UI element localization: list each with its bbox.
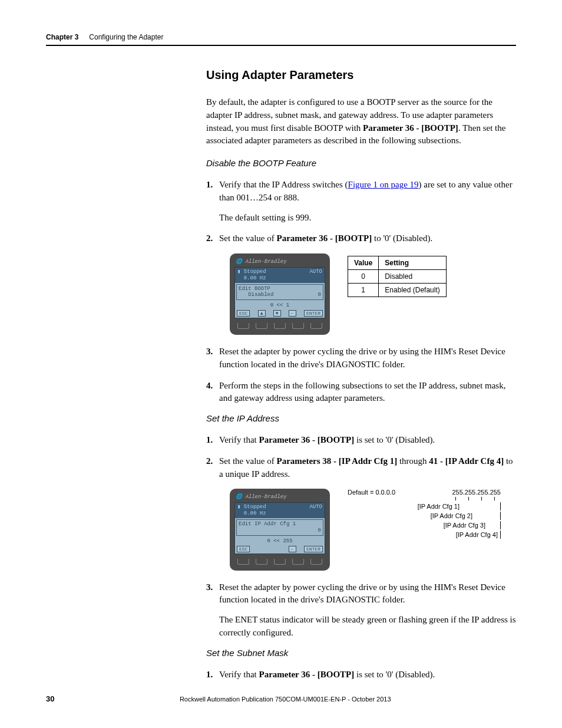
step-1: 1. Verify that Parameter 36 - [BOOTP] is… (219, 434, 518, 447)
up-key: ▲ (258, 310, 266, 317)
figure-link[interactable]: Figure 1 on page 19 (348, 180, 419, 189)
ip-cfg-2: [IP Addr Cfg 2] (431, 512, 472, 519)
steps-disable-bootp-cont: 3. Reset the adapter by power cycling th… (206, 345, 518, 405)
him-brand: 🌐 Allen-Bradley (233, 492, 326, 501)
him-range: 0 << 1 (235, 301, 325, 309)
table-row: 1 Enabled (Default) (348, 284, 447, 297)
subheading-set-ip: Set the IP Address (206, 413, 518, 423)
step-3: 3. Reset the adapter by power cycling th… (219, 345, 518, 371)
esc-key: ESC (237, 310, 250, 317)
header-rule (46, 45, 516, 46)
step-3-sub: The ENET status indicator will be steady… (219, 614, 518, 640)
step-number: 1. (206, 434, 213, 447)
step-text: Perform the steps in the following subse… (219, 381, 505, 403)
table-row: 0 Disabled (348, 270, 447, 284)
step-2: 2. Set the value of Parameters 38 - [IP … (219, 455, 518, 481)
ip-cfg-3: [IP Addr Cfg 3] (444, 522, 485, 529)
ip-cfg-1: [IP Addr Cfg 1] (418, 503, 459, 510)
step-2: 2. Set the value of Parameter 36 - [BOOT… (219, 232, 518, 245)
step-text-a: Set the value of (219, 456, 276, 466)
step-text-b: is set to '0' (Disabled). (354, 435, 435, 444)
page-footer: 30 Rockwell Automation Publication 750CO… (46, 694, 516, 703)
table-header-value: Value (348, 256, 379, 270)
step-bold: Parameter 36 - [BOOTP] (259, 435, 354, 444)
steps-set-ip-cont: 3. Reset the adapter by power cycling th… (206, 581, 518, 640)
steps-set-ip: 1. Verify that Parameter 36 - [BOOTP] is… (206, 434, 518, 480)
step-number: 3. (206, 581, 213, 594)
value-setting-table: Value Setting 0 Disabled 1 Enabled (Defa… (348, 256, 447, 297)
step-4: 4. Perform the steps in the following su… (219, 380, 518, 406)
him-softkeys: ESC x x ← ENTER (235, 545, 325, 554)
step-bold-2: 41 - [IP Addr Cfg 4] (429, 456, 504, 466)
figure-row-bootp: 🌐 Allen-Bradley ▮ Stopped 0.00 Hz AUTO E… (230, 253, 518, 335)
step-1: 1. Verify that the IP Address switches (… (219, 179, 518, 224)
table-cell-setting: Enabled (Default) (379, 284, 446, 297)
table-cell-value: 1 (348, 284, 379, 297)
step-text: Reset the adapter by power cycling the d… (219, 582, 505, 605)
subheading-set-subnet: Set the Subnet Mask (206, 648, 518, 658)
step-bold-1: Parameters 38 - [IP Addr Cfg 1] (276, 456, 397, 466)
step-number: 2. (206, 455, 213, 468)
steps-set-subnet: 1. Verify that Parameter 36 - [BOOTP] is… (206, 668, 518, 681)
him-status: ▮ Stopped 0.00 Hz AUTO (235, 268, 325, 283)
him-device: 🌐 Allen-Bradley ▮ Stopped 0.00 Hz AUTO E… (230, 253, 330, 335)
him-edit-box: Edit IP Addr Cfg 1 0 (236, 519, 323, 536)
step-text-b: is set to '0' (Disabled). (354, 670, 435, 679)
him-screen: ▮ Stopped 0.00 Hz AUTO Edit BOOTP Disabl… (234, 267, 325, 318)
table-header-setting: Setting (379, 256, 446, 270)
him-screen: ▮ Stopped 0.00 Hz AUTO Edit IP Addr Cfg … (234, 502, 325, 554)
table-cell-value: 0 (348, 270, 379, 284)
step-number: 4. (206, 380, 213, 393)
publication-info: Rockwell Automation Publication 750COM-U… (54, 696, 516, 703)
left-key: ← (289, 310, 296, 317)
step-1: 1. Verify that Parameter 36 - [BOOTP] is… (219, 668, 518, 681)
step-1-sub: The default setting is 999. (219, 212, 518, 225)
step-text-a: Set the value of (219, 233, 276, 243)
page-header: Chapter 3 Configuring the Adapter (46, 33, 516, 41)
step-text-a: Verify that (219, 670, 259, 679)
step-text: Reset the adapter by power cycling the d… (219, 347, 505, 369)
him-device: 🌐 Allen-Bradley ▮ Stopped 0.00 Hz AUTO E… (230, 489, 330, 570)
page-number: 30 (46, 694, 54, 703)
ip-address-diagram: Default = 0.0.0.0 255.255.255.255 [IP Ad… (348, 489, 501, 539)
step-text-a: Verify that (219, 435, 259, 444)
him-softkeys: ESC ▲ ▼ ← ENTER (235, 309, 325, 318)
subheading-disable-bootp: Disable the BOOTP Feature (206, 158, 518, 168)
chapter-title: Configuring the Adapter (89, 33, 163, 41)
default-label: Default = 0.0.0.0 (348, 489, 395, 496)
left-key: ← (289, 546, 296, 552)
step-text-b: to '0' (Disabled). (372, 233, 432, 243)
him-hard-keys (233, 321, 326, 329)
step-number: 2. (206, 232, 213, 245)
him-status: ▮ Stopped 0.00 Hz AUTO (235, 503, 325, 518)
step-3: 3. Reset the adapter by power cycling th… (219, 581, 518, 640)
esc-key: ESC (237, 546, 250, 552)
enter-key: ENTER (304, 546, 323, 552)
step-number: 1. (206, 179, 213, 192)
him-edit-box: Edit BOOTP Disabled0 (236, 284, 323, 301)
figure-row-ip: 🌐 Allen-Bradley ▮ Stopped 0.00 Hz AUTO E… (230, 489, 518, 570)
him-hard-keys (233, 556, 326, 565)
section-heading: Using Adapter Parameters (206, 68, 518, 82)
step-text-a: Verify that the IP Address switches ( (219, 180, 348, 189)
down-key: ▼ (273, 310, 281, 317)
him-range: 0 << 255 (235, 537, 325, 545)
chapter-label: Chapter 3 (46, 33, 78, 41)
ip-cfg-4: [IP Addr Cfg 4] (456, 531, 498, 538)
steps-disable-bootp: 1. Verify that the IP Address switches (… (206, 179, 518, 245)
step-number: 3. (206, 345, 213, 358)
max-label: 255.255.255.255 (452, 489, 501, 496)
step-number: 1. (206, 668, 213, 681)
intro-paragraph: By default, the adapter is configured to… (206, 96, 518, 147)
enter-key: ENTER (304, 310, 323, 317)
him-brand: 🌐 Allen-Bradley (233, 257, 326, 266)
step-bold: Parameter 36 - [BOOTP] (276, 233, 372, 243)
step-text-mid: through (397, 456, 429, 466)
intro-bold: Parameter 36 - [BOOTP] (363, 123, 458, 133)
step-bold: Parameter 36 - [BOOTP] (259, 670, 354, 679)
table-cell-setting: Disabled (379, 270, 446, 284)
